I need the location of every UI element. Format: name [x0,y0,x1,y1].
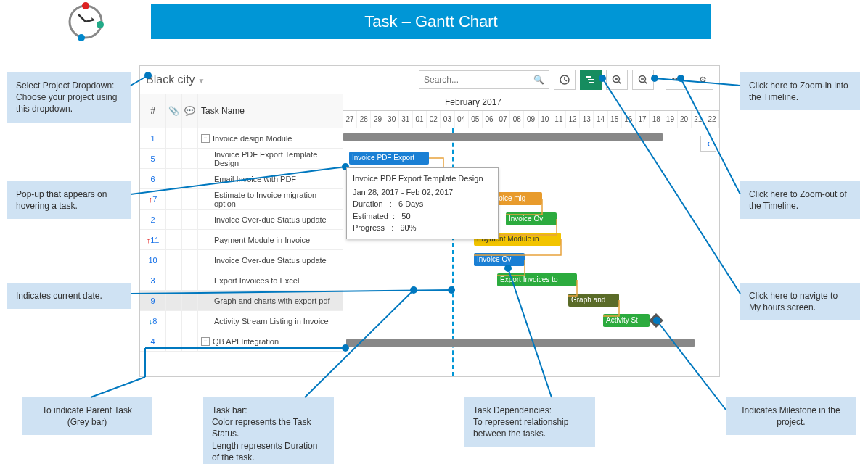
callout: Select Project Dropdown: Choose your pro… [7,72,131,123]
callout: Task Dependencies: To represent relation… [464,397,595,447]
day-cell: 10 [539,111,552,128]
day-cell: 12 [566,111,580,128]
gear-icon: ⚙ [699,75,707,85]
day-cell: 09 [524,111,538,128]
task-grid-left: # 📎 💬 Task Name 1−Invoice design Module5… [140,94,343,376]
gantt-view-button[interactable] [580,70,602,90]
callout: Indicates Milestone in the project. [726,397,856,435]
settings-button[interactable]: ⚙ [692,70,713,90]
my-hours-button[interactable] [554,70,576,90]
svg-point-1 [82,2,89,9]
day-cell: 28 [357,111,371,128]
day-cell: 17 [636,111,650,128]
toolbar: Black city▼ 🔍 ••• ⚙ [140,66,719,94]
table-row[interactable]: ↑ 7Estimate to Invoice migration option [140,189,343,210]
day-cell: 22 [705,111,719,128]
month-header: February 2017 [343,94,719,111]
task-bar[interactable]: Invoice Ov [474,253,525,266]
day-cell: 03 [441,111,454,128]
task-bar[interactable]: Export Invoices to [497,273,577,286]
task-bar[interactable]: Activity St [603,314,650,327]
attachment-icon: 📎 [168,106,179,116]
task-bar[interactable]: Invoice Ov [506,212,557,225]
col-header-num: # [140,94,166,128]
table-row[interactable]: 2Invoice Over-due Status update [140,210,343,230]
callout: Click here to Zoom-in into the Timeline. [740,72,860,110]
day-cell: 31 [399,111,413,128]
callout: Click here to Zoom-out of the Timeline. [740,181,860,219]
table-row[interactable]: ↑ 11Payment Module in Invoice [140,230,343,250]
day-cell: 02 [427,111,441,128]
day-cell: 29 [371,111,385,128]
day-cell: 15 [608,111,622,128]
day-cell: 18 [650,111,663,128]
chevron-down-icon: ▼ [198,77,205,85]
table-row[interactable]: 6Email Invoice with PDF [140,169,343,189]
zoom-out-button[interactable] [632,70,654,90]
task-bar[interactable]: Invoice PDF Export [349,152,429,165]
day-cell: 08 [510,111,524,128]
table-row[interactable]: 3Export Invoices to Excel [140,270,343,291]
table-row[interactable]: 5Invoice PDF Export Template Design [140,149,343,169]
collapse-button[interactable]: ‹ [700,136,716,152]
table-row[interactable]: 1−Invoice design Module [140,128,343,149]
search-input[interactable] [424,75,533,85]
milestone-marker[interactable] [649,313,663,328]
more-button[interactable]: ••• [666,70,687,90]
day-cell: 16 [622,111,636,128]
day-header: 2728293031010203040506070809101112131415… [343,111,719,128]
callout: Click here to navigte to My hours screen… [740,283,860,320]
day-cell: 19 [663,111,677,128]
day-cell: 30 [385,111,399,128]
gantt-app: Black city▼ 🔍 ••• ⚙ # 📎 💬 Task Name 1−In… [139,65,720,377]
svg-rect-5 [586,76,591,78]
day-cell: 11 [552,111,566,128]
gantt-area: Invoice PDF Export Estimate to Invoice m… [343,128,719,376]
col-header-name: Task Name [198,94,343,128]
app-logo [65,1,106,42]
task-bar[interactable]: Graph and [568,294,619,307]
comment-icon: 💬 [184,106,195,116]
day-cell: 04 [455,111,469,128]
svg-rect-6 [588,79,594,80]
svg-line-16 [91,377,145,397]
search-icon: 🔍 [533,75,544,85]
day-cell: 20 [678,111,692,128]
day-cell: 13 [580,111,594,128]
day-cell: 27 [343,111,357,128]
callout: To indicate Parent Task (Grey bar) [22,397,152,435]
day-cell: 21 [692,111,705,128]
day-cell: 14 [594,111,607,128]
svg-rect-7 [589,82,594,83]
table-row[interactable]: 9Graph and charts with export pdf [140,291,343,311]
col-header-attach: 📎 [166,94,182,128]
svg-point-3 [78,34,85,41]
day-cell: 07 [496,111,510,128]
day-cell: 05 [469,111,483,128]
task-tooltip: Invoice PDF Export Template Design Jan 2… [346,167,499,239]
table-row[interactable]: 4−QB API Integration [140,331,343,352]
table-row[interactable]: ↓ 8Activity Stream Listing in Invoice [140,311,343,331]
day-cell: 06 [483,111,496,128]
project-dropdown[interactable]: Black city▼ [146,73,205,86]
timeline-panel: February 2017 27282930310102030405060708… [343,94,719,376]
col-header-comment: 💬 [182,94,198,128]
callout: Indicates current date. [7,283,131,309]
day-cell: 01 [413,111,427,128]
zoom-in-button[interactable] [606,70,628,90]
parent-task-bar[interactable] [343,133,663,141]
callout: Pop-up that appears on hovering a task. [7,181,131,219]
table-row[interactable]: 10Invoice Over-due Status update [140,250,343,270]
callout: Task bar: Color represents the Task Stat… [203,397,334,464]
parent-task-bar[interactable] [346,339,695,347]
svg-point-2 [97,21,104,28]
page-title-banner: Task – Gantt Chart [151,4,711,39]
search-box[interactable]: 🔍 [419,70,549,89]
